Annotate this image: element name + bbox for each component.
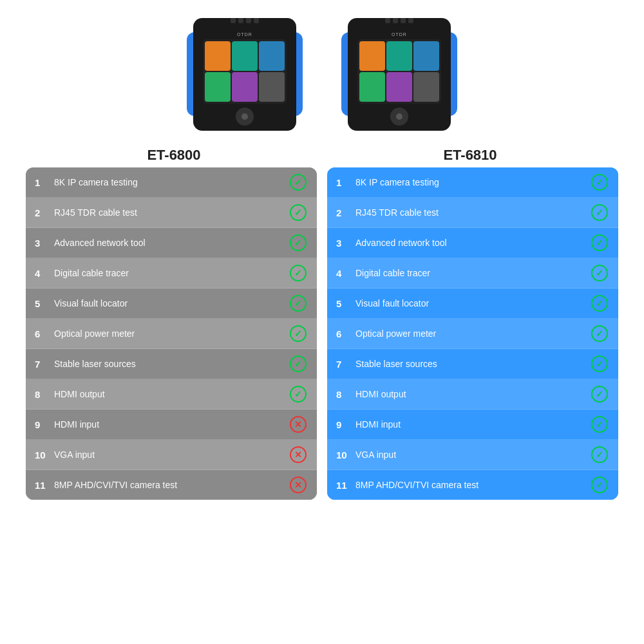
checkmark: ✓ <box>596 207 603 218</box>
feature-row: 9HDMI input✓ <box>327 410 618 440</box>
feature-row: 2RJ45 TDR cable test✓ <box>327 198 618 228</box>
feature-label: HDMI input <box>353 419 590 430</box>
checkmark: ✓ <box>294 207 302 218</box>
check-circle: ✓ <box>591 295 608 312</box>
check-circle: ✓ <box>591 234 608 251</box>
table-right: 18K IP camera testing✓2RJ45 TDR cable te… <box>327 167 618 500</box>
rtile2 <box>386 41 412 71</box>
dpad-right <box>390 108 408 126</box>
check-icon: ✓ <box>289 173 308 192</box>
feature-number: 8 <box>336 389 353 400</box>
check-circle: ✓ <box>591 416 608 433</box>
check-circle: ✓ <box>290 234 307 251</box>
rtile1 <box>359 41 385 71</box>
check-icon: ✓ <box>289 384 308 404</box>
feature-label: RJ45 TDR cable test <box>52 207 289 218</box>
feature-row: 18K IP camera testing✓ <box>327 167 618 198</box>
x-circle: ✕ <box>290 477 307 493</box>
top-ports-r <box>385 18 413 23</box>
device-body-right: OTDR <box>348 18 451 131</box>
check-icon: ✓ <box>590 354 609 374</box>
screen-right <box>357 39 441 104</box>
check-circle: ✓ <box>290 265 307 281</box>
feature-number: 4 <box>336 268 353 279</box>
feature-label: 8MP AHD/CVI/TVI camera test <box>353 480 590 490</box>
feature-number: 1 <box>336 177 353 188</box>
feature-row: 5Visual fault locator✓ <box>26 289 317 319</box>
page: OTDR <box>0 0 644 513</box>
checkmark: ✓ <box>596 238 603 248</box>
device-image-left: OTDR <box>187 13 303 135</box>
tile1 <box>205 41 231 71</box>
feature-row: 6Optical power meter✓ <box>26 319 317 349</box>
model-title-right: ET-6810 <box>322 147 618 164</box>
checkmark: ✓ <box>596 177 603 187</box>
rtile3 <box>413 41 439 71</box>
check-icon: ✓ <box>289 263 308 283</box>
port3 <box>246 18 251 23</box>
comparison-tables: 18K IP camera testing✓2RJ45 TDR cable te… <box>19 167 625 500</box>
cross-icon: ✕ <box>289 475 308 495</box>
device-right: OTDR <box>341 13 457 135</box>
device-left: OTDR <box>187 13 303 135</box>
model-title-left: ET-6800 <box>26 147 322 164</box>
feature-row: 10VGA input✕ <box>26 440 317 470</box>
checkmark: ✓ <box>294 238 302 248</box>
feature-label: 8MP AHD/CVI/TVI camera test <box>52 480 289 490</box>
check-icon: ✓ <box>590 203 609 222</box>
check-icon: ✓ <box>590 173 609 192</box>
check-icon: ✓ <box>289 354 308 374</box>
check-circle: ✓ <box>591 477 608 493</box>
check-circle: ✓ <box>591 446 608 463</box>
x-circle: ✕ <box>290 446 307 463</box>
check-icon: ✓ <box>590 324 609 343</box>
port4r <box>408 18 413 23</box>
checkmark: ✓ <box>596 480 603 490</box>
rtile4 <box>359 72 385 102</box>
screen-left <box>203 39 287 104</box>
feature-number: 2 <box>35 207 52 218</box>
feature-row: 7Stable laser sources✓ <box>26 349 317 379</box>
feature-label: Stable laser sources <box>353 359 590 369</box>
check-icon: ✓ <box>289 294 308 313</box>
feature-row: 9HDMI input✕ <box>26 410 317 440</box>
feature-label: RJ45 TDR cable test <box>353 207 590 218</box>
checkmark: ✓ <box>596 419 603 430</box>
feature-label: Digital cable tracer <box>353 268 590 278</box>
otdr-label-left: OTDR <box>237 32 252 37</box>
otdr-label-right: OTDR <box>392 32 407 37</box>
feature-row: 3Advanced network tool✓ <box>26 228 317 258</box>
check-icon: ✓ <box>590 233 609 252</box>
feature-number: 3 <box>35 238 52 249</box>
check-circle: ✓ <box>591 204 608 221</box>
x-circle: ✕ <box>290 416 307 433</box>
feature-row: 7Stable laser sources✓ <box>327 349 618 379</box>
feature-label: Digital cable tracer <box>52 268 289 278</box>
checkmark: ✓ <box>596 450 603 460</box>
check-circle: ✓ <box>290 174 307 191</box>
feature-label: HDMI output <box>52 389 289 399</box>
check-icon: ✓ <box>590 384 609 404</box>
feature-label: VGA input <box>353 450 590 460</box>
table-left: 18K IP camera testing✓2RJ45 TDR cable te… <box>26 167 317 500</box>
feature-number: 4 <box>35 268 52 279</box>
tile6 <box>259 72 285 102</box>
checkmark: ✓ <box>596 328 603 339</box>
check-icon: ✓ <box>590 415 609 434</box>
check-icon: ✓ <box>590 445 609 464</box>
checkmark: ✓ <box>294 268 302 278</box>
tile4 <box>205 72 231 102</box>
check-circle: ✓ <box>591 174 608 191</box>
port4 <box>254 18 259 23</box>
x-mark: ✕ <box>294 450 302 460</box>
top-ports <box>231 18 259 23</box>
feature-label: Advanced network tool <box>353 238 590 248</box>
feature-label: 8K IP camera testing <box>52 177 289 187</box>
feature-label: Stable laser sources <box>52 359 289 369</box>
device-body-left: OTDR <box>193 18 296 131</box>
feature-row: 8HDMI output✓ <box>26 379 317 410</box>
port1r <box>385 18 390 23</box>
feature-row: 6Optical power meter✓ <box>327 319 618 349</box>
tile3 <box>259 41 285 71</box>
model-titles-row: ET-6800 ET-6810 <box>19 147 625 164</box>
